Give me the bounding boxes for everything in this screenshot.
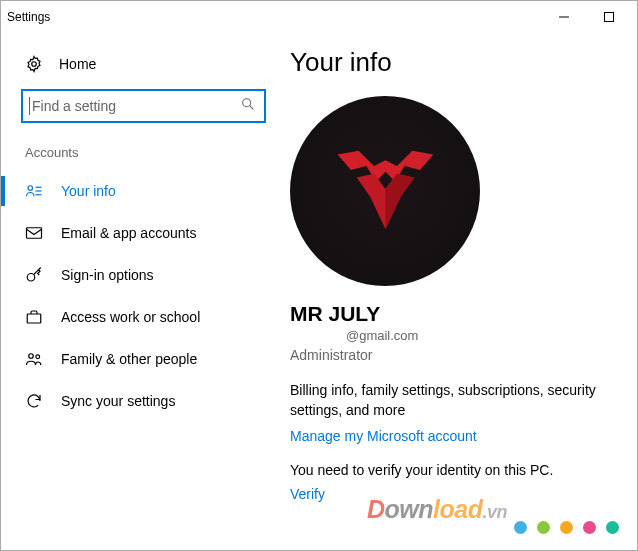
main-content: Your info MR JULY @gmail.com Administrat… [286, 33, 637, 550]
svg-rect-1 [604, 13, 613, 22]
svg-point-3 [243, 99, 251, 107]
text-caret [29, 97, 30, 115]
nav-email-accounts[interactable]: Email & app accounts [1, 212, 286, 254]
search-input[interactable] [32, 98, 240, 114]
section-header-accounts: Accounts [1, 145, 286, 170]
dot [537, 521, 550, 534]
mail-icon [25, 224, 43, 242]
dot [560, 521, 573, 534]
window-title: Settings [7, 10, 50, 24]
verify-link[interactable]: Verify [290, 486, 617, 502]
home-nav[interactable]: Home [1, 45, 286, 89]
window-titlebar: Settings [1, 1, 637, 33]
nav-label: Email & app accounts [61, 225, 196, 241]
user-role: Administrator [290, 347, 617, 363]
nav-sync-settings[interactable]: Sync your settings [1, 380, 286, 422]
nav-label: Your info [61, 183, 116, 199]
nav-label: Access work or school [61, 309, 200, 325]
nav-signin-options[interactable]: Sign-in options [1, 254, 286, 296]
dot [583, 521, 596, 534]
nav-label: Family & other people [61, 351, 197, 367]
decorative-dots [514, 521, 619, 534]
svg-line-4 [250, 106, 254, 110]
maximize-button[interactable] [586, 2, 631, 32]
window-controls [541, 2, 631, 32]
svg-rect-9 [27, 228, 42, 239]
search-box[interactable] [21, 89, 266, 123]
gear-icon [25, 55, 43, 73]
sync-icon [25, 392, 43, 410]
nav-access-work-school[interactable]: Access work or school [1, 296, 286, 338]
search-icon [240, 96, 256, 116]
briefcase-icon [25, 308, 43, 326]
svg-point-2 [32, 62, 37, 67]
manage-account-link[interactable]: Manage my Microsoft account [290, 428, 617, 444]
key-icon [25, 266, 43, 284]
verify-identity-text: You need to verify your identity on this… [290, 462, 617, 478]
nav-your-info[interactable]: Your info [1, 170, 286, 212]
dot [606, 521, 619, 534]
dot [514, 521, 527, 534]
svg-point-5 [28, 186, 33, 191]
nav-family-people[interactable]: Family & other people [1, 338, 286, 380]
person-card-icon [25, 182, 43, 200]
nav-label: Sign-in options [61, 267, 154, 283]
page-title: Your info [290, 47, 617, 78]
nav-label: Sync your settings [61, 393, 175, 409]
people-icon [25, 350, 43, 368]
avatar-logo-icon [328, 141, 443, 241]
svg-rect-11 [27, 314, 41, 323]
svg-point-13 [36, 355, 40, 359]
home-label: Home [59, 56, 96, 72]
minimize-button[interactable] [541, 2, 586, 32]
svg-point-12 [29, 354, 34, 359]
avatar [290, 96, 480, 286]
account-info-text: Billing info, family settings, subscript… [290, 381, 617, 420]
user-email: @gmail.com [290, 328, 617, 343]
user-name: MR JULY [290, 302, 617, 326]
sidebar: Home Accounts Your info [1, 33, 286, 550]
